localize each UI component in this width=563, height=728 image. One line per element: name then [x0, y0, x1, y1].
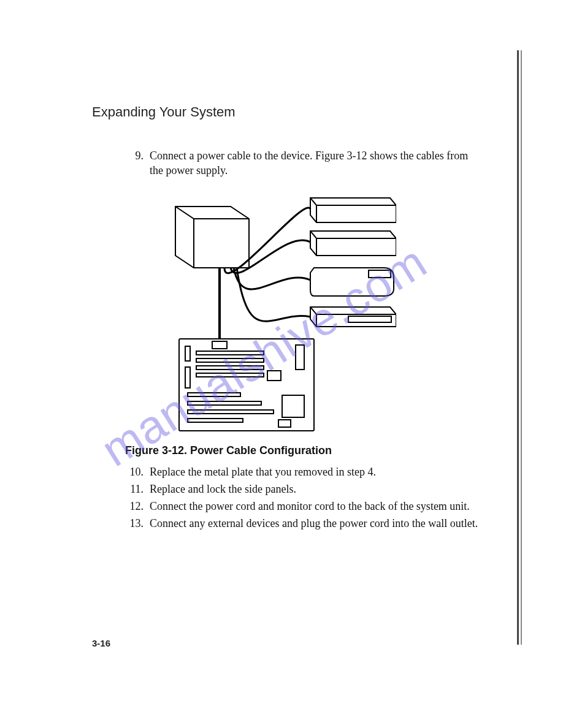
- svg-rect-16: [278, 420, 291, 427]
- svg-rect-14: [188, 419, 243, 422]
- step-text: Replace the metal plate that you removed…: [150, 464, 483, 479]
- figure-diagram: [126, 187, 508, 436]
- step-item: 10. Replace the metal plate that you rem…: [125, 464, 508, 479]
- step-text: Connect any external devices and plug th…: [150, 516, 483, 531]
- svg-rect-9: [196, 373, 264, 377]
- step-number: 11.: [125, 482, 150, 496]
- svg-rect-4: [185, 346, 190, 361]
- power-cable-diagram-icon: [126, 187, 396, 433]
- svg-rect-15: [282, 395, 304, 417]
- svg-rect-0: [369, 270, 391, 278]
- svg-rect-12: [188, 401, 261, 405]
- scan-edge-line: [517, 50, 519, 645]
- step-item: 12. Connect the power cord and monitor c…: [125, 499, 508, 514]
- step-text: Connect the power cord and monitor cord …: [150, 499, 483, 514]
- svg-rect-5: [185, 367, 190, 388]
- document-page: manualshive.com Expanding Your System 9.…: [0, 0, 563, 728]
- page-number: 3-16: [92, 638, 110, 648]
- svg-rect-10: [267, 371, 281, 381]
- svg-rect-8: [196, 366, 264, 370]
- step-number: 12.: [125, 499, 150, 514]
- svg-rect-7: [196, 358, 264, 362]
- step-number: 9.: [125, 148, 150, 178]
- svg-rect-3: [212, 341, 227, 349]
- step-item: 9. Connect a power cable to the device. …: [125, 148, 508, 178]
- step-number: 10.: [125, 464, 150, 479]
- step-item: 13. Connect any external devices and plu…: [125, 516, 508, 531]
- step-number: 13.: [125, 516, 150, 531]
- svg-rect-17: [296, 345, 304, 370]
- svg-rect-1: [348, 316, 391, 322]
- section-heading: Expanding Your System: [92, 104, 508, 120]
- svg-rect-6: [196, 351, 264, 355]
- figure-caption: Figure 3-12. Power Cable Configuration: [125, 444, 508, 457]
- step-item: 11. Replace and lock the side panels.: [125, 482, 508, 496]
- svg-rect-13: [188, 410, 274, 414]
- step-text: Connect a power cable to the device. Fig…: [150, 148, 483, 178]
- svg-rect-11: [188, 393, 240, 396]
- step-text: Replace and lock the side panels.: [150, 482, 483, 496]
